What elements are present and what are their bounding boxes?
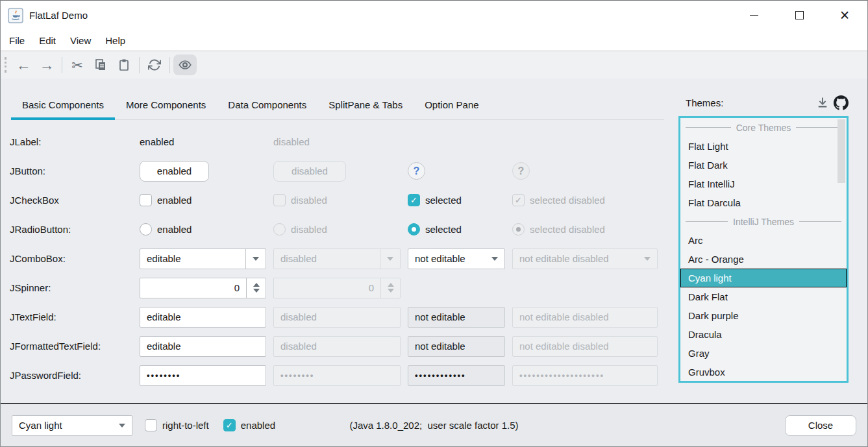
download-button[interactable] bbox=[813, 94, 832, 111]
passwordfield-not-editable-disabled bbox=[512, 365, 658, 386]
spinner-enabled bbox=[140, 278, 266, 298]
checkbox-selected[interactable]: ✓selected bbox=[408, 194, 505, 206]
spinner-input[interactable] bbox=[140, 278, 246, 298]
theme-item-flat-light[interactable]: Flat Light bbox=[680, 137, 847, 156]
textfield-not-editable-disabled bbox=[512, 307, 658, 328]
menu-help[interactable]: Help bbox=[98, 30, 132, 51]
paste-icon bbox=[118, 58, 130, 71]
list-separator-core-themes: Core Themes bbox=[680, 118, 847, 137]
copy-button[interactable] bbox=[89, 54, 112, 75]
theme-item-arc[interactable]: Arc bbox=[680, 231, 847, 250]
spinner-down-icon[interactable] bbox=[253, 289, 260, 293]
tab-bar: Basic Components More Components Data Co… bbox=[11, 90, 664, 120]
tab-option-pane[interactable]: Option Pane bbox=[414, 90, 490, 119]
minimize-icon bbox=[750, 15, 758, 16]
combobox-not-editable[interactable]: not editable bbox=[408, 248, 505, 269]
menubar: File Edit View Help bbox=[1, 30, 867, 51]
radio-selected[interactable]: selected bbox=[408, 223, 505, 236]
theme-item-flat-dark[interactable]: Flat Dark bbox=[680, 156, 847, 175]
combobox-editable[interactable]: editable bbox=[140, 248, 266, 269]
menu-view[interactable]: View bbox=[63, 30, 98, 51]
help-button-disabled: ? bbox=[512, 162, 530, 180]
textfield-editable[interactable] bbox=[140, 307, 266, 328]
jcheckbox-row-label: JCheckBox bbox=[10, 195, 132, 206]
theme-item-cyan-light-selected[interactable]: Cyan light bbox=[680, 269, 847, 287]
maximize-icon bbox=[795, 11, 804, 19]
forward-button[interactable]: → bbox=[35, 54, 58, 75]
chevron-down-icon[interactable] bbox=[484, 249, 504, 269]
enabled-checkbox[interactable]: ✓ enabled bbox=[223, 419, 275, 431]
flatlaf-demo-window: FlatLaf Demo × File Edit View Help ← → ✂ bbox=[0, 0, 868, 447]
help-button[interactable]: ? bbox=[408, 162, 425, 180]
theme-item-arc-orange[interactable]: Arc - Orange bbox=[680, 250, 847, 269]
chevron-down-icon[interactable] bbox=[245, 249, 266, 269]
spinner-up-icon[interactable] bbox=[253, 283, 260, 287]
tab-splitpane-tabs[interactable]: SplitPane & Tabs bbox=[317, 90, 414, 119]
theme-item-flat-darcula[interactable]: Flat Darcula bbox=[680, 193, 847, 212]
main-area: Basic Components More Components Data Co… bbox=[1, 79, 867, 403]
passwordfield-not-editable bbox=[408, 365, 505, 386]
menu-edit[interactable]: Edit bbox=[32, 30, 63, 51]
close-window-button[interactable]: × bbox=[822, 1, 867, 30]
show-hover-effects-toggle[interactable] bbox=[173, 54, 197, 75]
chevron-down-icon[interactable] bbox=[112, 416, 132, 435]
theme-selector-combobox[interactable]: Cyan light bbox=[12, 415, 132, 436]
cut-button[interactable]: ✂ bbox=[66, 54, 89, 75]
github-button[interactable] bbox=[832, 94, 850, 111]
textfield-not-editable bbox=[408, 307, 505, 328]
theme-item-dark-purple[interactable]: Dark purple bbox=[680, 306, 847, 325]
titlebar: FlatLaf Demo × bbox=[1, 1, 867, 30]
maximize-button[interactable] bbox=[776, 1, 822, 30]
themes-label: Themes: bbox=[686, 97, 723, 108]
checkbox-icon[interactable]: ✓ bbox=[140, 194, 152, 206]
radio-icon[interactable] bbox=[140, 223, 152, 236]
checkbox-checked-icon[interactable]: ✓ bbox=[408, 194, 420, 206]
spinner-up-icon bbox=[388, 283, 394, 287]
checkbox-icon[interactable]: ✓ bbox=[145, 419, 157, 431]
jpasswordfield-row-label: JPasswordField: bbox=[10, 370, 132, 381]
passwordfield-editable[interactable] bbox=[140, 365, 266, 386]
jbutton-row-label: JButton: bbox=[10, 165, 132, 176]
paste-button[interactable] bbox=[112, 54, 136, 75]
checkbox-checked-icon[interactable]: ✓ bbox=[223, 419, 236, 431]
radio-enabled[interactable]: enabled bbox=[140, 223, 266, 236]
spinner-input bbox=[274, 278, 380, 298]
formattedtextfield-not-editable-disabled bbox=[512, 336, 658, 357]
close-icon: × bbox=[840, 7, 850, 23]
github-icon bbox=[834, 95, 849, 110]
checkbox-enabled[interactable]: ✓enabled bbox=[140, 194, 266, 206]
chevron-down-icon bbox=[637, 249, 657, 269]
right-to-left-checkbox[interactable]: ✓ right-to-left bbox=[145, 419, 209, 431]
passwordfield-disabled bbox=[273, 365, 401, 386]
radio-selected-icon[interactable] bbox=[408, 223, 420, 236]
textfield-disabled bbox=[273, 307, 401, 328]
close-button[interactable]: Close bbox=[785, 415, 856, 436]
checkbox-checked-icon: ✓ bbox=[512, 194, 525, 206]
status-text: (Java 1.8.0_202; user scale factor 1.5) bbox=[349, 420, 518, 431]
themes-panel: Themes: Core Themes Flat Light Flat Dark bbox=[675, 79, 867, 403]
refresh-button[interactable] bbox=[143, 54, 166, 75]
toolbar-grip[interactable] bbox=[5, 57, 6, 73]
menu-file[interactable]: File bbox=[2, 30, 32, 51]
jformattedtextfield-row-label: JFormattedTextField: bbox=[10, 341, 132, 352]
minimize-button[interactable] bbox=[731, 1, 776, 30]
enabled-button[interactable]: enabled bbox=[140, 161, 209, 182]
tab-more-components[interactable]: More Components bbox=[115, 90, 217, 119]
theme-item-flat-intellij[interactable]: Flat IntelliJ bbox=[680, 175, 847, 193]
theme-item-dracula[interactable]: Dracula bbox=[680, 325, 847, 344]
spinner-disabled bbox=[273, 278, 401, 298]
back-button[interactable]: ← bbox=[12, 54, 35, 75]
right-to-left-label: right-to-left bbox=[162, 420, 209, 431]
theme-item-gruvbox[interactable]: Gruvbox bbox=[680, 363, 847, 381]
download-icon bbox=[816, 96, 829, 109]
window-controls: × bbox=[731, 1, 867, 30]
enabled-label: enabled bbox=[241, 420, 275, 431]
tab-data-components[interactable]: Data Components bbox=[217, 90, 317, 119]
cut-icon: ✂ bbox=[71, 58, 83, 72]
theme-item-gray[interactable]: Gray bbox=[680, 344, 847, 363]
themes-scrollbar-thumb[interactable] bbox=[837, 119, 845, 183]
tab-basic-components[interactable]: Basic Components bbox=[11, 90, 115, 119]
theme-item-dark-flat[interactable]: Dark Flat bbox=[680, 287, 847, 306]
formattedtextfield-editable[interactable] bbox=[140, 336, 266, 357]
forward-icon: → bbox=[40, 58, 55, 73]
